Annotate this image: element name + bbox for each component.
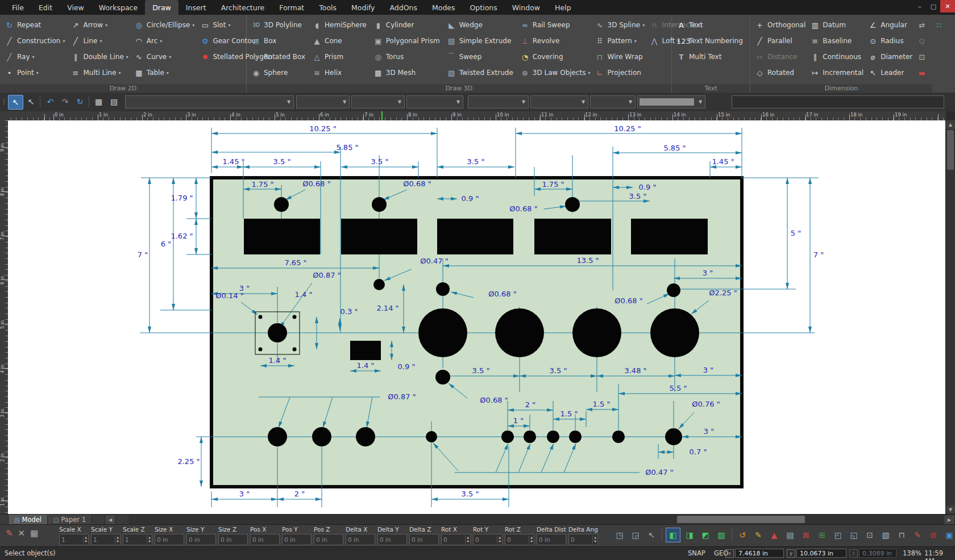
ribbon-item-revolve[interactable]: ⊥ Revolve	[520, 37, 591, 45]
menu-edit[interactable]: Edit	[31, 0, 60, 15]
spinner-buttons[interactable]: ▲▼	[592, 536, 597, 544]
layer-combo[interactable]: ▼	[296, 95, 350, 108]
pen-swatch-combo[interactable]: ▼	[637, 95, 705, 108]
table-icon[interactable]: ▦	[30, 528, 38, 538]
ribbon-item-cylinder[interactable]: ▮ Cylinder	[373, 21, 442, 30]
pick-point-icon[interactable]: ✎	[6, 528, 13, 538]
ribbon-item-multi-line[interactable]: ≡ Multi Line ▾	[70, 69, 128, 77]
tool-undo-selection[interactable]: ↺	[736, 528, 749, 542]
menu-insert[interactable]: Insert	[178, 0, 214, 15]
ribbon-item-wedge[interactable]: ◣ Wedge	[447, 21, 516, 30]
ribbon-item-dim-resize[interactable]: ⊡	[917, 53, 929, 61]
field-input[interactable]: 1 ▲▼	[91, 534, 121, 545]
spinner-buttons[interactable]: ▲▼	[147, 536, 152, 544]
ribbon-item-3d-polyline[interactable]: 3D 3D Polyline	[251, 21, 308, 29]
ribbon-item-parallel[interactable]: ╱ Parallel	[755, 37, 805, 45]
ribbon-item-3d-spline[interactable]: ∿ 3D Spline ▾	[595, 21, 645, 30]
tool-blue-box[interactable]: ▣	[942, 528, 955, 542]
tab-scroll-right-arrow[interactable]: ▶	[944, 515, 955, 525]
ribbon-item-multi-text[interactable]: T Multi Text	[676, 53, 745, 61]
field-input[interactable]: 0 in ▲▼	[155, 534, 184, 545]
menu-workspace[interactable]: Workspace	[92, 0, 145, 15]
ribbon-item-diameter[interactable]: ⌀ Diameter	[868, 53, 912, 61]
menu-window[interactable]: Window	[505, 0, 547, 15]
spinner-buttons[interactable]: ▲▼	[115, 536, 120, 544]
select-tool-button[interactable]: ↖	[8, 95, 23, 110]
ribbon-item-radius[interactable]: ⊙ Radius	[868, 37, 912, 45]
ribbon-item-distance[interactable]: ↔ Distance	[755, 53, 805, 61]
ribbon-item-pattern[interactable]: ⠿ Pattern ▾	[595, 37, 645, 45]
ribbon-item-baseline[interactable]: ≡ Baseline	[810, 37, 863, 45]
tool-snap-vertex[interactable]: ◧	[666, 528, 680, 542]
field-input[interactable]: 0 ▲▼	[505, 534, 534, 545]
horizontal-scroll-thumb[interactable]	[677, 516, 805, 523]
tool-snap-grid[interactable]: ▨	[715, 528, 728, 542]
menu-view[interactable]: View	[60, 0, 92, 15]
field-input[interactable]: 0 ▲▼	[441, 534, 471, 545]
tool-hatch[interactable]: ▧	[879, 528, 892, 542]
tool-select-3d[interactable]: ◳	[613, 528, 626, 542]
spinner-buttons[interactable]: ▲▼	[83, 536, 88, 544]
field-input[interactable]: 0 ▲▼	[568, 534, 598, 545]
tool-delete[interactable]: ⊠	[927, 528, 940, 542]
field-input[interactable]: 1 ▲▼	[59, 534, 89, 545]
ribbon-item-prism[interactable]: △ Prism	[312, 53, 369, 61]
tab-model[interactable]: ◳ Model	[9, 515, 48, 525]
menu-file[interactable]: File	[5, 0, 31, 15]
pattern-combo[interactable]: ▼	[590, 95, 636, 108]
menu-draw[interactable]: Draw	[145, 0, 178, 15]
ribbon-item-line[interactable]: ╱ Line ▾	[70, 37, 128, 45]
field-input[interactable]: 0 in ▲▼	[377, 534, 407, 545]
ribbon-item-helix[interactable]: ≋ Helix	[312, 69, 369, 77]
ribbon-item-angular[interactable]: ∠ Angular	[868, 21, 912, 30]
ribbon-item-dim-swap[interactable]: ⇄	[917, 21, 929, 30]
ribbon-item-point[interactable]: • Point ▾	[5, 69, 65, 77]
ribbon-item-leader[interactable]: ↖ Leader	[868, 69, 912, 77]
ribbon-item-incremental[interactable]: ↦ Incremental	[810, 69, 863, 77]
coord-x-field[interactable]: 7.4618 in	[735, 549, 784, 558]
tool-snap-midpoint[interactable]: ◨	[683, 528, 696, 542]
tool-frame-3[interactable]: ⊡	[863, 528, 877, 542]
ribbon-item-hemisphere[interactable]: ◖ HemiSphere	[312, 21, 369, 30]
field-input[interactable]: 0 in ▲▼	[250, 534, 280, 545]
line-style-combo[interactable]: ▼	[351, 95, 405, 108]
ribbon-item-curve[interactable]: ∿ Curve ▾	[134, 53, 195, 61]
menu-options[interactable]: Options	[463, 0, 505, 15]
ribbon-item-simple-extrude[interactable]: ▤ Simple Extrude	[447, 37, 516, 45]
scroll-up-arrow[interactable]: ▲	[946, 120, 955, 129]
scroll-down-arrow[interactable]: ▼	[946, 505, 955, 514]
ribbon-item-polygonal-prism[interactable]: ▣ Polygonal Prism	[373, 37, 442, 45]
minimize-button[interactable]: –	[913, 0, 927, 12]
field-input[interactable]: 0 in ▲▼	[346, 534, 375, 545]
ribbon-item-dim-marker[interactable]: ▬	[917, 69, 929, 77]
ribbon-item-3d-mesh[interactable]: ▦ 3D Mesh	[373, 69, 442, 77]
ribbon-item-arc[interactable]: ◠ Arc ▾	[134, 37, 195, 45]
ribbon-item-box[interactable]: ◻ Box	[251, 37, 308, 45]
color-combo[interactable]: ▼	[468, 95, 529, 108]
close-button[interactable]: ✕	[940, 0, 955, 12]
ribbon-item-text[interactable]: A Text	[676, 21, 745, 30]
vertical-scrollbar[interactable]: ▲ ▼	[945, 120, 955, 514]
tool-edit-red[interactable]: ✎	[911, 528, 924, 542]
snap-toggle[interactable]: SNAP	[688, 549, 705, 557]
field-input[interactable]: 0 in ▲▼	[537, 534, 566, 545]
field-input[interactable]: 1 ▲▼	[123, 534, 152, 545]
tool-snap-intersection[interactable]: ◩	[699, 528, 712, 542]
zoom-level[interactable]: 138%	[903, 549, 921, 557]
drawing-canvas[interactable]: 10.25 "10.25 "5.85 "5.85 "1.45 "3.5 "3.5…	[8, 120, 946, 514]
sep[interactable]	[662, 529, 662, 541]
toolbar-drag-handle[interactable]: ⁞	[1, 95, 7, 108]
menu-tools[interactable]: Tools	[312, 0, 344, 15]
tool-no-fill[interactable]: ⊠	[799, 528, 813, 542]
ribbon-item-arrow[interactable]: ↗ Arrow ▾	[70, 21, 128, 30]
menu-format[interactable]: Format	[272, 0, 312, 15]
menu-architecture[interactable]: Architecture	[214, 0, 272, 15]
field-input[interactable]: 0 ▲▼	[473, 534, 503, 545]
field-input[interactable]: 0 in ▲▼	[314, 534, 343, 545]
style-combo[interactable]: ▼	[125, 95, 294, 108]
ribbon-item-sphere[interactable]: ◉ Sphere	[251, 69, 308, 77]
maximize-button[interactable]: ▢	[927, 0, 940, 12]
sep[interactable]	[732, 529, 732, 541]
menu-modify[interactable]: Modify	[344, 0, 382, 15]
ribbon-item-dim-palette[interactable]: ∷	[934, 21, 946, 30]
